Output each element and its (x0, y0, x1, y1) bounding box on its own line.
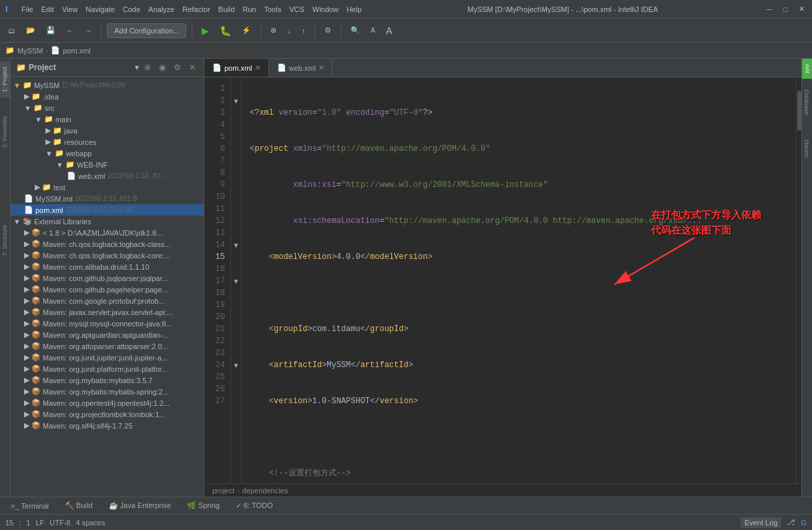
tree-item-mybatis[interactable]: ▶ 📦 Maven: org.mybatis:mybatis:3.5.7 (11, 374, 204, 386)
git-push-btn[interactable]: ↑ (298, 25, 310, 37)
line-num-26: 26 (204, 383, 230, 395)
tree-item-webxml[interactable]: 📄 web.xml 2022/9/6 1:53, 30... (11, 170, 204, 182)
close-button[interactable]: ✕ (796, 4, 807, 15)
tree-item-webinf[interactable]: ▼ 📁 WEB-INF (11, 159, 204, 170)
menu-run[interactable]: Run (242, 5, 256, 13)
tree-item-mySSMiml[interactable]: 📄 MySSM.iml 2022/9/6 2:23, 681 B (11, 193, 204, 204)
status-indent[interactable]: 4 spaces (75, 519, 105, 527)
panel-settings-btn[interactable]: ⚙ (171, 61, 184, 73)
tree-item-logback-core[interactable]: ▶ 📦 Maven: ch.qos.logback:logback-core:.… (11, 250, 204, 261)
tree-item-lombok[interactable]: ▶ 📦 Maven: org.projectlombok:lombok:1... (11, 409, 204, 420)
tree-item-mybatis-spring[interactable]: ▶ 📦 Maven: org.mybatis:mybatis-spring:2.… (11, 386, 204, 397)
breadcrumb-project[interactable]: MySSM (17, 47, 43, 55)
new-project-btn[interactable]: 🗂 (4, 25, 19, 37)
menu-refactor[interactable]: Refactor (182, 5, 210, 13)
panel-scope-btn[interactable]: ◉ (156, 61, 168, 73)
tab-close-webxml[interactable]: ✕ (319, 64, 324, 71)
git-pull-btn[interactable]: ↓ (283, 25, 295, 37)
panel-add-btn[interactable]: ⊕ (142, 61, 154, 73)
add-configuration-button[interactable]: Add Configuration... (107, 23, 186, 38)
run-button[interactable]: ▶ (198, 23, 213, 38)
bottom-tab-terminal[interactable]: >_ Terminal (5, 501, 54, 511)
font-a-large[interactable]: A (382, 23, 396, 38)
fold-24[interactable]: ▼ (231, 359, 241, 371)
font-a-small[interactable]: A (367, 25, 379, 36)
bottom-tab-spring[interactable]: 🌿 Spring (182, 500, 225, 511)
editor-scrollbar[interactable] (796, 77, 801, 483)
menu-view[interactable]: View (62, 5, 78, 13)
menu-tools[interactable]: Tools (264, 5, 281, 13)
code-editor[interactable]: <?xml version="1.0" encoding="UTF-8"?> <… (242, 77, 796, 483)
tree-item-main[interactable]: ▼ 📁 main (11, 113, 204, 125)
bottom-tab-java-enterprise[interactable]: ☕ Java Enterprise (104, 500, 177, 511)
database-side-tab[interactable]: Database (802, 84, 812, 121)
menu-navigate[interactable]: Navigate (85, 5, 114, 13)
tree-item-jdk[interactable]: ▶ 📦 < 1.8 > D:\AAZMLJAVA\JDK\jdk1.8... (11, 227, 204, 238)
scrollbar-thumb[interactable] (797, 91, 801, 131)
menu-analyze[interactable]: Analyze (148, 5, 174, 13)
git-btn[interactable]: ⊕ (266, 24, 280, 37)
maven-side-tab[interactable]: Maven (802, 134, 812, 163)
toolbar-separator-1 (101, 24, 102, 37)
tree-item-opentest4j[interactable]: ▶ 📦 Maven: org.opentest4j:opentest4j:1.2… (11, 397, 204, 409)
line-num-17: 17 (204, 275, 230, 287)
debug-button[interactable]: 🐛 (216, 23, 235, 38)
tree-item-src[interactable]: ▼ 📁 src (11, 102, 204, 113)
tree-item-junit-jupiter[interactable]: ▶ 📦 Maven: org.junit.jupiter:junit-jupit… (11, 352, 204, 363)
forward-btn[interactable]: → (80, 25, 95, 37)
tree-item-java[interactable]: ▶ 📁 java (11, 125, 204, 136)
menu-vcs[interactable]: VCS (289, 5, 304, 13)
minimize-button[interactable]: ─ (764, 4, 775, 15)
tab-pomxml[interactable]: 📄 pom.xml ✕ (204, 59, 269, 77)
tree-item-attoparser[interactable]: ▶ 📦 Maven: org.attoparser:attoparser:2.0… (11, 340, 204, 352)
find-btn[interactable]: 🔍 (347, 24, 364, 37)
menu-code[interactable]: Code (123, 5, 140, 13)
structure-side-tab[interactable]: 7: Structure (0, 220, 10, 262)
event-log-btn[interactable]: Event Log (741, 517, 782, 528)
project-side-tab[interactable]: 1: Project (0, 61, 10, 97)
favorites-side-tab[interactable]: 2: Favorites (0, 111, 10, 153)
maximize-button[interactable]: □ (780, 4, 791, 15)
settings-btn[interactable]: ⚙ (321, 24, 335, 37)
tree-item-mySSM[interactable]: ▼ 📁 MySSM D:\MyProject\MySSM (11, 79, 204, 91)
status-linesep[interactable]: LF (35, 519, 44, 527)
tree-item-servlet[interactable]: ▶ 📦 Maven: javax.servlet:javax.servlet-a… (11, 306, 204, 318)
menu-help[interactable]: Help (347, 5, 362, 13)
tree-item-apiguardian[interactable]: ▶ 📦 Maven: org.apiguardian:apiguardian-.… (11, 329, 204, 340)
menu-edit[interactable]: Edit (41, 5, 54, 13)
tab-webxml[interactable]: 📄 web.xml ✕ (269, 59, 333, 77)
fold-17[interactable]: ▼ (231, 275, 241, 287)
tab-close-pomxml[interactable]: ✕ (255, 64, 260, 71)
editor-content[interactable]: 1 2 3 4 5 6 7 8 9 10 11 12 13 14 15 16 1… (204, 77, 801, 483)
bottom-tab-build[interactable]: 🔨 Build (59, 500, 98, 511)
tree-item-protobuf[interactable]: ▶ 📦 Maven: com.google.protobuf:protob... (11, 295, 204, 306)
back-btn[interactable]: ← (62, 25, 77, 37)
project-panel-header: 📁 Project ▾ ⊕ ◉ ⚙ ✕ (11, 59, 204, 77)
tree-item-test[interactable]: ▶ 📁 test (11, 182, 204, 193)
fold-6 (231, 143, 241, 155)
tree-item-extlibs[interactable]: ▼ 📚 External Libraries (11, 216, 204, 227)
open-btn[interactable]: 📂 (22, 24, 39, 37)
tree-item-druid[interactable]: ▶ 📦 Maven: com.alibaba:druid:1.1.10 (11, 261, 204, 272)
tree-item-more[interactable]: ▶ 📦 Maven: org.slf4j:slf4j-1.7.25 (11, 420, 204, 431)
menu-window[interactable]: Window (313, 5, 339, 13)
tree-item-logback-class[interactable]: ▶ 📦 Maven: ch.qos.logback:logback-class.… (11, 238, 204, 250)
breadcrumb-file[interactable]: pom.xml (63, 47, 91, 55)
tree-item-mysql[interactable]: ▶ 📦 Maven: mysql:mysql-connector-java:8.… (11, 318, 204, 329)
save-btn[interactable]: 💾 (42, 24, 59, 37)
tree-item-resources[interactable]: ▶ 📁 resources (11, 136, 204, 148)
status-encoding[interactable]: UTF-8 (49, 519, 70, 527)
bottom-tab-todo[interactable]: ✓ 6: TODO (230, 500, 278, 511)
fold-14[interactable]: ▼ (231, 239, 241, 251)
coverage-btn[interactable]: ⚡ (238, 24, 255, 37)
tree-item-idea[interactable]: ▶ 📁 .idea (11, 91, 204, 102)
menu-build[interactable]: Build (218, 5, 234, 13)
tree-item-jsqlparser[interactable]: ▶ 📦 Maven: com.github.jsqlparser:jsqlpar… (11, 272, 204, 284)
fold-2[interactable]: ▼ (231, 95, 241, 107)
tree-item-pagehelper[interactable]: ▶ 📦 Maven: com.github.pagehelper:page... (11, 284, 204, 295)
tree-item-pomxml[interactable]: 📄 pom.xml 2022/9/6 2:33, 3.15 kB (11, 204, 204, 216)
menu-file[interactable]: File (21, 5, 33, 13)
tree-item-junit-platform[interactable]: ▶ 📦 Maven: org.junit.platform:junit-plat… (11, 363, 204, 374)
panel-close-btn[interactable]: ✕ (186, 61, 198, 73)
tree-item-webapp[interactable]: ▼ 📁 webapp (11, 148, 204, 159)
